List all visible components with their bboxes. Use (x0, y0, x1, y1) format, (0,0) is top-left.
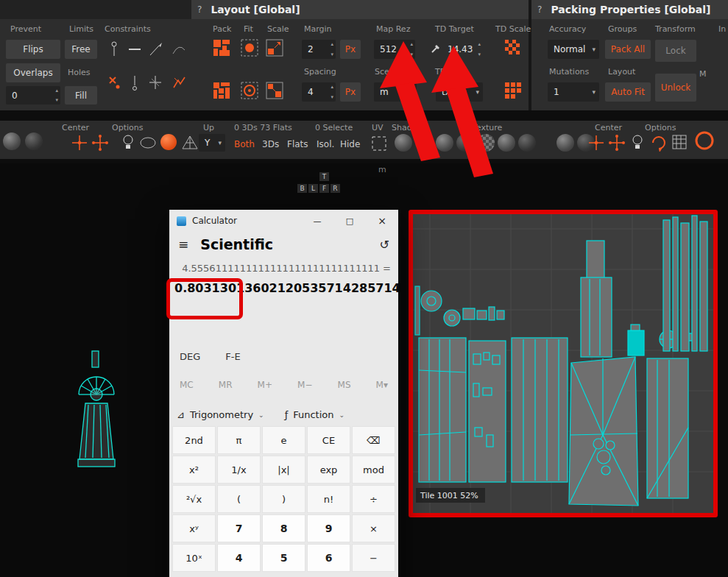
memory-recall-button[interactable]: MR (219, 380, 233, 390)
key-ten-power[interactable]: 10ˣ (172, 544, 216, 572)
uv-layout-view[interactable]: Tile 1001 52% (409, 210, 718, 517)
lightbulb-icon[interactable] (121, 132, 135, 152)
function-dropdown[interactable]: ƒ Function ⌄ (285, 409, 344, 420)
constraint-crosshair-icon[interactable] (147, 74, 163, 93)
key-abs[interactable]: |x| (262, 456, 305, 484)
checker-sphere-icon[interactable] (477, 134, 495, 152)
key-power[interactable]: xʸ (172, 514, 216, 542)
grid-icon[interactable] (671, 134, 688, 150)
up-axis-dropdown[interactable]: Y (199, 134, 225, 152)
spacing-spinner[interactable]: 4 (302, 82, 336, 102)
key-ce[interactable]: CE (307, 426, 350, 454)
gizmo-right[interactable]: R (331, 184, 340, 193)
key-sqrt[interactable]: ²√x (172, 485, 216, 513)
texture-sphere-dark-icon[interactable] (456, 134, 474, 152)
key-e[interactable]: e (262, 426, 305, 454)
fit-icon[interactable] (240, 38, 259, 57)
both-toggle[interactable]: Both (234, 139, 255, 149)
key-close-paren[interactable]: ) (262, 485, 305, 513)
constraint-curve-icon[interactable] (171, 40, 187, 59)
pack-alt-icon[interactable] (212, 81, 231, 100)
constraint-vertical-pin-icon[interactable] (127, 74, 143, 93)
key-factorial[interactable]: n! (307, 485, 350, 513)
constraint-pin-icon[interactable] (106, 40, 122, 59)
memory-store-button[interactable]: MS (338, 380, 351, 390)
flats-toggle[interactable]: Flats (287, 139, 308, 149)
td-scale-alt-icon[interactable] (503, 81, 523, 100)
threeds-toggle[interactable]: 3Ds (262, 139, 279, 149)
scale-alt-icon[interactable] (265, 81, 284, 100)
ellipse-icon[interactable] (138, 134, 158, 152)
key-minus[interactable]: − (352, 544, 395, 572)
key-6[interactable]: 6 (307, 544, 350, 572)
constraint-unpin-icon[interactable] (106, 74, 122, 93)
wire-sphere-icon[interactable] (25, 132, 43, 150)
help-icon[interactable]: ? (197, 4, 202, 15)
shading-sphere-icon[interactable] (3, 132, 21, 150)
uv-sphere-icon[interactable] (395, 134, 412, 152)
key-reciprocal[interactable]: 1/x (217, 456, 261, 484)
unlock-button[interactable]: Unlock (655, 74, 696, 102)
key-backspace[interactable]: ⌫ (352, 426, 395, 454)
gizmo-top[interactable]: T (319, 172, 329, 181)
key-8[interactable]: 8 (262, 514, 305, 542)
gizmo-front[interactable]: F (319, 184, 329, 193)
margin-spinner[interactable]: 2 (302, 40, 336, 59)
key-multiply[interactable]: × (352, 514, 395, 542)
td-unit-dropdown[interactable]: tx/cm (436, 82, 483, 102)
key-exp[interactable]: exp (307, 456, 350, 484)
gizmo-back[interactable]: B (297, 184, 307, 193)
gizmo-left[interactable]: L (308, 184, 318, 193)
key-mod[interactable]: mod (352, 456, 395, 484)
prevent-value-spinner[interactable]: 0 (6, 86, 60, 105)
pack-icon[interactable] (212, 38, 231, 57)
eyedropper-icon[interactable] (430, 43, 442, 54)
key-7[interactable]: 7 (217, 514, 261, 542)
fe-button[interactable]: F-E (225, 351, 240, 362)
memory-dropdown-button[interactable]: M▾ (376, 380, 388, 390)
key-5[interactable]: 5 (262, 544, 305, 572)
texture-sphere-icon[interactable] (436, 134, 453, 152)
minimize-button[interactable]: — (301, 210, 333, 232)
orange-ring-icon[interactable] (693, 130, 715, 152)
maximize-button[interactable]: □ (333, 210, 366, 232)
calculator-titlebar[interactable]: Calculator — □ × (169, 210, 398, 232)
center-pivot-icon[interactable] (71, 134, 88, 152)
flat-sphere-icon[interactable] (518, 134, 536, 152)
mesh-triangle-icon[interactable] (181, 134, 199, 152)
rotate-icon[interactable] (649, 132, 668, 152)
accuracy-dropdown[interactable]: Normal (548, 40, 599, 59)
center-pivot-right-icon[interactable] (587, 134, 605, 152)
fill-button[interactable]: Fill (65, 86, 97, 105)
constraint-unconstrain-icon[interactable] (171, 74, 187, 93)
calculator-window[interactable]: Calculator — □ × ≡ Scientific ↺ 4.555611… (169, 210, 398, 577)
scale-icon[interactable] (265, 38, 284, 57)
lock-button[interactable]: Lock (655, 40, 696, 62)
memory-subtract-button[interactable]: M− (297, 380, 312, 390)
key-open-paren[interactable]: ( (217, 485, 261, 513)
marquee-select-icon[interactable] (371, 135, 387, 152)
key-4[interactable]: 4 (217, 544, 261, 572)
memory-clear-button[interactable]: MC (180, 380, 194, 390)
key-2nd[interactable]: 2nd (172, 426, 216, 454)
mutations-dropdown[interactable]: 1 (548, 82, 599, 102)
key-divide[interactable]: ÷ (352, 485, 395, 513)
center-selection-icon[interactable] (91, 134, 109, 152)
scene-unit-dropdown[interactable]: m (374, 82, 417, 102)
td-target-spinner[interactable]: 14.43 (442, 40, 483, 59)
overlaps-button[interactable]: Overlaps (6, 63, 60, 82)
fit-alt-icon[interactable] (240, 81, 259, 100)
key-9[interactable]: 9 (307, 514, 350, 542)
menu-icon[interactable]: ≡ (178, 237, 188, 252)
free-button[interactable]: Free (65, 40, 97, 59)
history-icon[interactable]: ↺ (380, 238, 389, 252)
constraint-pen-icon[interactable] (147, 40, 163, 59)
td-scale-icon[interactable] (503, 38, 523, 57)
flips-button[interactable]: Flips (6, 40, 60, 59)
deg-button[interactable]: DEG (180, 351, 200, 362)
pack-all-button[interactable]: Pack All (605, 40, 651, 59)
key-pi[interactable]: π (217, 426, 261, 454)
material-sphere-icon[interactable] (556, 134, 574, 152)
close-button[interactable]: × (366, 210, 398, 232)
hide-toggle[interactable]: Hide (340, 139, 360, 149)
